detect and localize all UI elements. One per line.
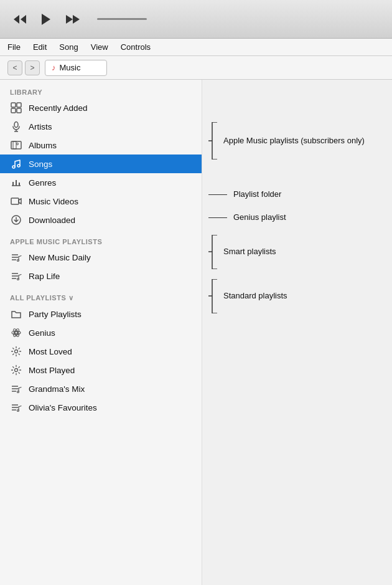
atom-icon <box>10 326 22 339</box>
standard-playlists-text: Standard playlists <box>223 290 287 302</box>
artists-label: Artists <box>29 122 52 131</box>
all-playlists-section-header[interactable]: All Playlists ∨ <box>0 285 202 305</box>
genius-label: Genius <box>29 328 55 338</box>
sidebar-item-rap-life[interactable]: Rap Life <box>0 267 202 285</box>
svg-point-32 <box>15 331 17 334</box>
svg-rect-5 <box>11 103 16 107</box>
smart-playlists-annotation: Smart playlists <box>208 235 386 269</box>
nav-location-text: Music <box>60 63 81 72</box>
svg-point-36 <box>15 350 18 353</box>
mic-icon <box>10 120 22 133</box>
video-icon <box>10 195 22 207</box>
new-music-daily-label: New Music Daily <box>29 253 91 262</box>
grid-icon <box>10 102 22 114</box>
download-icon <box>10 214 22 226</box>
sidebar-item-olivias-favourites[interactable]: Olivia's Favourites <box>0 398 202 417</box>
sidebar-item-grandmas-mix[interactable]: Grandma's Mix <box>0 379 202 398</box>
svg-marker-3 <box>66 15 73 24</box>
music-videos-label: Music Videos <box>29 197 78 206</box>
album-icon <box>10 139 22 151</box>
svg-marker-1 <box>21 15 26 24</box>
svg-point-37 <box>15 369 18 372</box>
sidebar-item-most-played[interactable]: Most Played <box>0 361 202 379</box>
svg-rect-21 <box>11 198 19 204</box>
sidebar-item-most-loved[interactable]: Most Loved <box>0 342 202 361</box>
gear-icon-most-loved <box>10 345 22 358</box>
apple-music-section-header: Apple Music Playlists <box>0 229 202 248</box>
svg-point-15 <box>12 166 15 168</box>
transport-bar <box>0 0 392 39</box>
svg-rect-6 <box>17 103 21 107</box>
sidebar-item-party-playlists[interactable]: Party Playlists <box>0 305 202 323</box>
volume-slider[interactable] <box>97 18 147 20</box>
sidebar-item-songs[interactable]: Songs <box>0 155 202 173</box>
apple-music-annotation-text: Apple Music playlists (subscribers only) <box>223 135 365 146</box>
playlist-icon-rap-life <box>10 270 22 282</box>
svg-rect-8 <box>17 108 21 113</box>
note-icon <box>10 158 22 170</box>
sidebar-item-artists[interactable]: Artists <box>0 117 202 136</box>
most-loved-label: Most Loved <box>29 347 72 356</box>
genres-icon <box>10 176 22 189</box>
downloaded-label: Downloaded <box>29 216 75 225</box>
sidebar-item-downloaded[interactable]: Downloaded <box>0 211 202 229</box>
playlist-icon-new-music <box>10 251 22 264</box>
folder-icon <box>10 308 22 320</box>
sidebar-item-recently-added[interactable]: Recently Added <box>0 98 202 117</box>
play-button[interactable] <box>39 12 54 27</box>
sidebar-item-new-music-daily[interactable]: New Music Daily <box>0 248 202 267</box>
playlist-folder-text: Playlist folder <box>233 189 281 200</box>
sidebar: Library Recently Added <box>0 80 202 585</box>
genius-annotation: Genius playlist <box>208 212 386 223</box>
main-area: Library Recently Added <box>0 80 392 585</box>
sidebar-item-genres[interactable]: Genres <box>0 173 202 192</box>
sidebar-item-music-videos[interactable]: Music Videos <box>0 192 202 211</box>
olivias-favourites-label: Olivia's Favourites <box>29 403 97 412</box>
menu-view[interactable]: View <box>91 42 108 52</box>
forward-button-nav[interactable]: > <box>25 60 40 75</box>
menu-song[interactable]: Song <box>59 42 78 52</box>
svg-point-16 <box>17 164 20 167</box>
genres-label: Genres <box>29 178 56 188</box>
menu-controls[interactable]: Controls <box>121 42 151 52</box>
playlist-folder-annotation: Playlist folder <box>208 189 386 200</box>
genius-annotation-text: Genius playlist <box>233 212 286 223</box>
smart-playlists-text: Smart playlists <box>223 246 276 257</box>
menu-file[interactable]: File <box>7 42 21 52</box>
nav-arrows: < > <box>7 60 40 75</box>
svg-marker-0 <box>14 15 19 24</box>
albums-label: Albums <box>29 141 57 150</box>
svg-marker-2 <box>42 14 50 25</box>
nav-location[interactable]: ♪ Music <box>45 60 107 76</box>
gear-icon-most-played <box>10 364 22 376</box>
nav-bar: < > ♪ Music <box>0 56 392 80</box>
grandmas-mix-label: Grandma's Mix <box>29 384 85 394</box>
apple-music-annotation: Apple Music playlists (subscribers only) <box>208 122 386 159</box>
sidebar-item-albums[interactable]: Albums <box>0 136 202 155</box>
annotation-area: .ann-block { position: absolute; display… <box>202 80 392 585</box>
rewind-button[interactable] <box>12 12 27 27</box>
sidebar-item-genius[interactable]: Genius <box>0 323 202 342</box>
most-played-label: Most Played <box>29 366 75 375</box>
svg-point-45 <box>17 410 19 412</box>
svg-marker-4 <box>73 15 80 24</box>
menu-bar: File Edit Song View Controls <box>0 39 392 56</box>
svg-point-9 <box>14 122 18 128</box>
svg-marker-22 <box>19 199 21 204</box>
back-button[interactable]: < <box>7 60 22 75</box>
svg-rect-13 <box>13 141 16 149</box>
svg-point-27 <box>17 260 19 262</box>
svg-point-41 <box>17 391 19 393</box>
menu-edit[interactable]: Edit <box>33 42 47 52</box>
music-note-icon: ♪ <box>52 63 56 72</box>
library-section-header: Library <box>0 80 202 98</box>
party-playlists-label: Party Playlists <box>29 310 82 319</box>
svg-rect-7 <box>11 108 16 113</box>
songs-label: Songs <box>29 159 52 169</box>
svg-point-31 <box>17 278 19 280</box>
forward-button[interactable] <box>65 12 80 27</box>
playlist-icon-olivias <box>10 401 22 414</box>
recently-added-label: Recently Added <box>29 103 88 113</box>
svg-point-14 <box>17 143 19 145</box>
playlist-icon-grandmas <box>10 383 22 395</box>
